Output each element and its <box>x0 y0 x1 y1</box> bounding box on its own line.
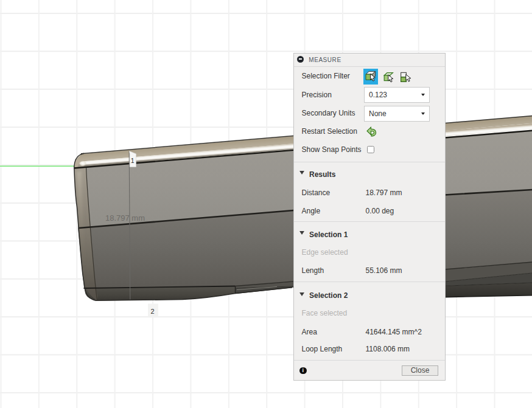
svg-text:18.797 mm: 18.797 mm <box>105 213 145 223</box>
svg-text:1: 1 <box>131 157 135 164</box>
svg-text:2: 2 <box>151 308 155 315</box>
